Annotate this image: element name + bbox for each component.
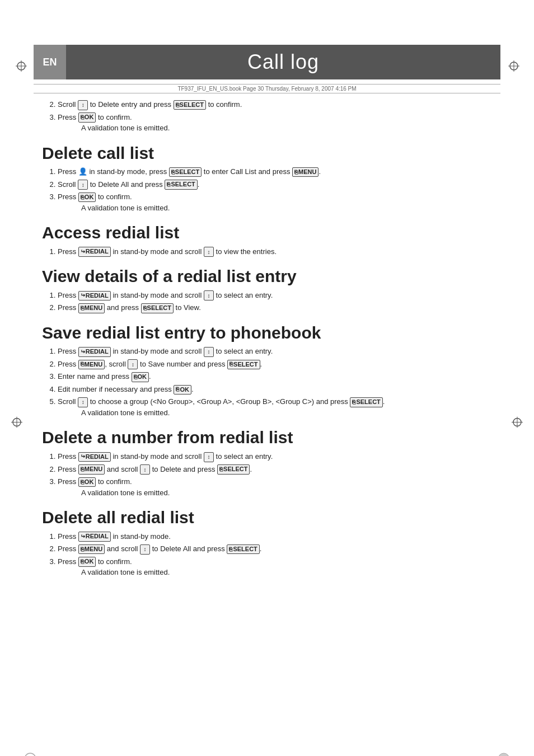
step-drn-2: Press ⎘MENU and scroll ↕ to Delete and p… (58, 464, 492, 475)
access-redial-steps: Press ↵REDIAL in stand-by mode and scrol… (58, 246, 492, 257)
select-btn-dar2: ⎘SELECT (227, 544, 259, 554)
step-sr-5: Scroll ↕ to choose a group (<No Group>, … (58, 396, 492, 418)
step-ar-1: Press ↵REDIAL in stand-by mode and scrol… (58, 246, 492, 257)
step-sr-4: Edit number if necessary and press ⎘OK. (58, 384, 492, 395)
ok-btn-sr4: ⎘OK (174, 385, 191, 395)
section-title-view-redial: View details of a redial list entry (42, 267, 492, 287)
redial-btn-dar1: ↵REDIAL (78, 532, 111, 541)
redial-btn-sr1: ↵REDIAL (78, 347, 111, 356)
section-view-redial: View details of a redial list entry Pres… (42, 267, 492, 313)
intro-step-2: Scroll ↕ to Delete entry and press ⎘SELE… (58, 99, 492, 110)
step-vr-1: Press ↵REDIAL in stand-by mode and scrol… (58, 290, 492, 301)
delete-all-redial-steps: Press ↵REDIAL in stand-by mode. Press ⎘M… (58, 531, 492, 578)
side-mark-left (11, 416, 22, 429)
scroll-icon-sr1: ↕ (204, 347, 214, 357)
step-dar-2: Press ⎘MENU and scroll ↕ to Delete All a… (58, 543, 492, 555)
step-dar-3-note: A validation tone is emitted. (81, 567, 492, 578)
header-bar: EN Call log (34, 45, 500, 79)
ok-btn-dcl3: ⎘OK (78, 192, 96, 202)
intro-step-3-note: A validation tone is emitted. (81, 123, 492, 134)
corner-mark-tr (508, 60, 518, 71)
select-btn-vr2: ⎘SELECT (141, 303, 174, 313)
delete-redial-number-steps: Press ↵REDIAL in stand-by mode and scrol… (58, 451, 492, 498)
step-dar-3: Press ⎘OK to confirm. A validation tone … (58, 556, 492, 578)
select-btn-dcl: ⎘SELECT (169, 167, 202, 177)
scroll-icon-sr5: ↕ (78, 397, 88, 407)
bottom-circle-right (497, 752, 510, 756)
select-btn-sr5: ⎘SELECT (350, 397, 382, 407)
step-dcl-3: Press ⎘OK to confirm. A validation tone … (58, 191, 492, 213)
main-content: Scroll ↕ to Delete entry and press ⎘SELE… (0, 93, 534, 597)
scroll-icon: ↕ (78, 100, 88, 110)
save-redial-steps: Press ↵REDIAL in stand-by mode and scrol… (58, 346, 492, 418)
step-sr-5-note: A validation tone is emitted. (81, 407, 492, 419)
corner-mark-tl (16, 60, 26, 71)
scroll-icon-drn1: ↕ (204, 452, 214, 462)
select-btn-dcl2: ⎘SELECT (165, 180, 197, 189)
delete-call-list-steps: Press 👤 in stand-by mode, press ⎘SELECT … (58, 166, 492, 213)
section-delete-redial-number: Delete a number from redial list Press ↵… (42, 428, 492, 498)
scroll-icon-ar: ↕ (204, 247, 214, 257)
scroll-icon-sr2: ↕ (128, 359, 138, 369)
step-drn-1: Press ↵REDIAL in stand-by mode and scrol… (58, 451, 492, 462)
menu-btn-sr2: ⎘MENU (78, 360, 105, 369)
intro-steps: Scroll ↕ to Delete entry and press ⎘SELE… (58, 99, 492, 134)
ok-btn: ⎘OK (78, 112, 96, 122)
ok-btn-drn3: ⎘OK (78, 477, 96, 487)
step-dar-1: Press ↵REDIAL in stand-by mode. (58, 531, 492, 542)
section-title-access-redial: Access redial list (42, 223, 492, 243)
section-title-save-redial: Save redial list entry to phonebook (42, 323, 492, 343)
redial-btn-vr1: ↵REDIAL (78, 291, 111, 300)
step-sr-3: Enter name and press ⎘OK. (58, 371, 492, 382)
scroll-icon-drn2: ↕ (140, 464, 150, 475)
svg-point-18 (25, 753, 36, 756)
view-redial-steps: Press ↵REDIAL in stand-by mode and scrol… (58, 290, 492, 313)
select-btn-sr2: ⎘SELECT (227, 360, 260, 369)
ok-btn-sr3: ⎘OK (132, 372, 149, 382)
scroll-icon-vr1: ↕ (204, 290, 214, 300)
step-drn-3-note: A validation tone is emitted. (81, 487, 492, 499)
lang-badge: EN (34, 45, 66, 79)
ok-btn-dar3: ⎘OK (78, 557, 96, 566)
step-vr-2: Press ⎘MENU and press ⎘SELECT to View. (58, 302, 492, 313)
file-meta: TF937_IFU_EN_US.book Page 30 Thursday, F… (34, 84, 500, 93)
redial-btn-ar: ↵REDIAL (78, 247, 111, 256)
page-title: Call log (66, 50, 500, 74)
intro-step-3: Press ⎘OK to confirm. A validation tone … (58, 112, 492, 134)
step-dcl-3-note: A validation tone is emitted. (81, 203, 492, 214)
step-drn-3: Press ⎘OK to confirm. A validation tone … (58, 476, 492, 498)
select-btn-drn2: ⎘SELECT (217, 464, 250, 474)
menu-btn-dcl: ⎘MENU (292, 167, 318, 177)
step-dcl-2: Scroll ↕ to Delete All and press ⎘SELECT… (58, 179, 492, 190)
step-sr-2: Press ⎘MENU, scroll ↕ to Save number and… (58, 359, 492, 370)
menu-btn-vr2: ⎘MENU (78, 303, 105, 313)
step-sr-1: Press ↵REDIAL in stand-by mode and scrol… (58, 346, 492, 357)
section-save-redial: Save redial list entry to phonebook Pres… (42, 323, 492, 419)
svg-point-19 (498, 753, 509, 756)
menu-btn-dar2: ⎘MENU (78, 544, 105, 554)
redial-btn-drn1: ↵REDIAL (78, 452, 111, 462)
scroll-icon-dar2: ↕ (140, 544, 150, 555)
bottom-circle-left (24, 752, 37, 756)
step-dcl-1: Press 👤 in stand-by mode, press ⎘SELECT … (58, 166, 492, 177)
section-delete-call-list: Delete call list Press 👤 in stand-by mod… (42, 144, 492, 214)
page: EN Call log TF937_IFU_EN_US.book Page 30… (0, 45, 534, 756)
section-delete-all-redial: Delete all redial list Press ↵REDIAL in … (42, 508, 492, 578)
select-btn: ⎘SELECT (174, 100, 206, 110)
section-title-delete-redial-number: Delete a number from redial list (42, 428, 492, 448)
section-title-delete-call-list: Delete call list (42, 144, 492, 163)
menu-btn-drn2: ⎘MENU (78, 464, 105, 474)
side-mark-right (512, 416, 523, 429)
section-title-delete-all-redial: Delete all redial list (42, 508, 492, 528)
section-access-redial: Access redial list Press ↵REDIAL in stan… (42, 223, 492, 257)
scroll-icon-dcl2: ↕ (78, 180, 88, 190)
